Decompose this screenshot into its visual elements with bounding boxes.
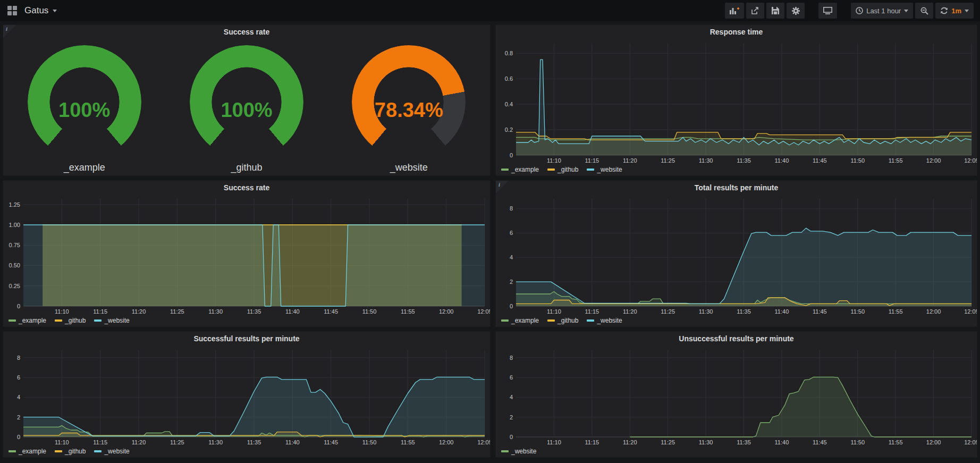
legend-item[interactable]: _website	[94, 448, 129, 455]
legend-item[interactable]: _website	[501, 448, 536, 455]
svg-text:11:15: 11:15	[585, 308, 599, 315]
svg-text:11:35: 11:35	[737, 157, 751, 164]
legend-swatch-icon	[501, 450, 509, 452]
panel-title[interactable]: Success rate	[224, 183, 269, 192]
svg-text:0.6: 0.6	[505, 75, 513, 82]
svg-text:8: 8	[510, 355, 513, 361]
top-navbar: Gatus	[0, 0, 980, 21]
panel-success-rate-gauges: i Success rate 100% _example 100% _githu…	[3, 24, 491, 176]
time-range-button[interactable]: Last 1 hour	[851, 3, 913, 19]
cycle-view-button[interactable]	[818, 3, 837, 19]
legend-item[interactable]: _website	[587, 317, 622, 324]
legend-item[interactable]: _github	[547, 317, 578, 324]
dashboard-title-dropdown[interactable]: Gatus	[24, 5, 57, 16]
svg-text:11:15: 11:15	[93, 308, 107, 315]
svg-text:2: 2	[510, 414, 513, 420]
time-range-label: Last 1 hour	[866, 7, 901, 15]
legend-item[interactable]: _example	[9, 317, 46, 324]
svg-text:11:45: 11:45	[813, 308, 827, 315]
svg-text:11:20: 11:20	[623, 308, 637, 315]
panel-title[interactable]: Unsuccessful results per minute	[679, 334, 793, 343]
svg-text:0: 0	[17, 434, 20, 440]
refresh-interval-label: 1m	[951, 7, 961, 15]
chart-plot-area[interactable]: 0246811:1011:1511:2011:2511:3011:3511:40…	[3, 346, 490, 447]
panel-title[interactable]: Successful results per minute	[193, 334, 299, 343]
panel-successful-results: Successful results per minute 0246811:10…	[3, 331, 491, 458]
panel-title[interactable]: Success rate	[224, 28, 269, 36]
gauge-row: 100% _example 100% _github 78.34% _websi…	[3, 39, 490, 175]
chart-plot-area[interactable]: 00.250.500.751.001.2511:1011:1511:2011:2…	[3, 195, 490, 316]
info-icon[interactable]: i	[496, 181, 509, 193]
legend-item[interactable]: _example	[501, 166, 539, 173]
svg-text:11:25: 11:25	[661, 439, 675, 445]
legend-item[interactable]: _github	[547, 166, 578, 173]
legend-item[interactable]: _github	[55, 317, 86, 324]
bar-chart-plus-icon	[730, 7, 739, 14]
chart-legend: _website	[496, 447, 977, 457]
svg-text:12:05: 12:05	[964, 439, 977, 445]
add-panel-button[interactable]	[725, 3, 744, 19]
legend-item[interactable]: _github	[55, 448, 86, 455]
zoom-out-button[interactable]	[915, 3, 933, 19]
svg-text:11:35: 11:35	[247, 439, 261, 445]
save-button[interactable]	[766, 3, 784, 19]
gauge-value: 100%	[190, 99, 303, 122]
chart-plot-area[interactable]: 0246811:1011:1511:2011:2511:3011:3511:40…	[496, 195, 977, 316]
gauge-value: 78.34%	[352, 99, 466, 122]
legend-swatch-icon	[9, 319, 16, 322]
settings-button[interactable]	[787, 3, 805, 19]
chart-plot-area[interactable]: 0246811:1011:1511:2011:2511:3011:3511:40…	[496, 346, 977, 447]
svg-text:11:25: 11:25	[661, 157, 675, 164]
svg-text:0.2: 0.2	[505, 127, 513, 133]
legend-item[interactable]: _website	[587, 166, 622, 173]
legend-swatch-icon	[94, 319, 102, 322]
svg-text:11:35: 11:35	[737, 308, 751, 315]
gauge-label: _example	[64, 162, 105, 173]
svg-text:11:20: 11:20	[132, 439, 146, 445]
svg-text:11:30: 11:30	[699, 157, 713, 164]
share-icon	[751, 7, 759, 14]
svg-text:11:10: 11:10	[547, 439, 561, 445]
svg-text:11:30: 11:30	[699, 439, 713, 445]
svg-text:11:40: 11:40	[285, 439, 300, 445]
chevron-down-icon	[53, 10, 57, 12]
svg-text:11:10: 11:10	[55, 439, 69, 445]
svg-text:11:40: 11:40	[285, 308, 300, 315]
chart-plot-area[interactable]: 00.20.40.60.811:1011:1511:2011:2511:3011…	[496, 39, 977, 165]
svg-text:6: 6	[510, 374, 513, 381]
svg-text:11:45: 11:45	[813, 157, 827, 164]
legend-item[interactable]: _example	[9, 448, 46, 455]
legend-item[interactable]: _website	[94, 317, 129, 324]
legend-swatch-icon	[547, 319, 555, 322]
svg-text:11:40: 11:40	[775, 439, 789, 445]
svg-text:11:30: 11:30	[208, 439, 223, 445]
legend-swatch-icon	[55, 450, 62, 452]
grid-logo-icon[interactable]	[7, 6, 17, 15]
info-icon[interactable]: i	[3, 25, 16, 38]
svg-text:11:50: 11:50	[850, 308, 865, 315]
dashboard-grid: i Success rate 100% _example 100% _githu…	[0, 21, 980, 458]
svg-text:8: 8	[510, 205, 513, 212]
svg-text:12:00: 12:00	[926, 439, 941, 445]
panel-title[interactable]: Response time	[710, 28, 763, 36]
svg-text:11:55: 11:55	[889, 157, 903, 164]
legend-item[interactable]: _example	[501, 317, 539, 324]
svg-text:4: 4	[510, 254, 513, 260]
svg-text:1.25: 1.25	[9, 201, 20, 208]
chevron-down-icon	[904, 10, 908, 12]
svg-text:11:45: 11:45	[813, 439, 827, 445]
panel-success-rate-timeseries: Success rate 00.250.500.751.001.2511:101…	[3, 180, 491, 327]
svg-text:11:55: 11:55	[401, 308, 415, 315]
svg-text:11:30: 11:30	[208, 308, 223, 315]
svg-text:0: 0	[510, 152, 513, 158]
svg-text:4: 4	[510, 394, 513, 400]
share-button[interactable]	[746, 3, 764, 19]
panel-title[interactable]: Total results per minute	[695, 183, 779, 192]
svg-text:11:15: 11:15	[585, 157, 599, 164]
refresh-button[interactable]: 1m	[935, 3, 974, 19]
svg-text:8: 8	[17, 355, 20, 361]
zoom-out-icon	[920, 7, 928, 15]
svg-text:12:00: 12:00	[439, 439, 454, 445]
svg-text:11:35: 11:35	[247, 308, 261, 315]
legend-swatch-icon	[501, 169, 509, 171]
